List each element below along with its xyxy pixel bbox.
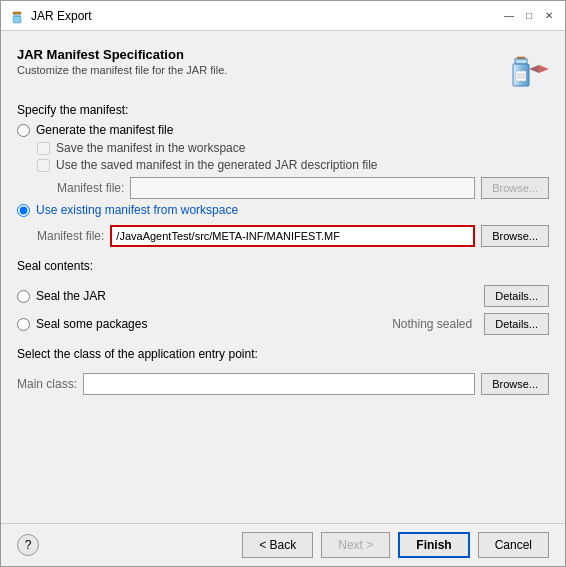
- seal-packages-row: Seal some packages Nothing sealed Detail…: [17, 313, 549, 335]
- use-existing-radio[interactable]: [17, 204, 30, 217]
- jar-export-dialog: JAR Export — □ ✕ JAR Manifest Specificat…: [0, 0, 566, 567]
- entry-point-label: Select the class of the application entr…: [17, 347, 549, 361]
- seal-packages-details-button[interactable]: Details...: [484, 313, 549, 335]
- seal-packages-radio[interactable]: [17, 318, 30, 331]
- use-existing-label[interactable]: Use existing manifest from workspace: [36, 203, 238, 217]
- svg-rect-2: [13, 12, 21, 14]
- save-manifest-label: Save the manifest in the workspace: [56, 141, 245, 155]
- main-class-label: Main class:: [17, 377, 77, 391]
- manifest-section: Specify the manifest: Generate the manif…: [17, 103, 549, 247]
- seal-packages-label[interactable]: Seal some packages: [36, 317, 147, 331]
- cancel-button[interactable]: Cancel: [478, 532, 549, 558]
- svg-marker-11: [529, 65, 539, 73]
- generate-indent: Save the manifest in the workspace Use t…: [37, 141, 549, 199]
- seal-contents-label: Seal contents:: [17, 259, 549, 273]
- svg-rect-0: [13, 16, 21, 23]
- manifest-radio-group: Generate the manifest file Save the mani…: [17, 123, 549, 247]
- seal-jar-row: Seal the JAR Details...: [17, 285, 549, 307]
- svg-marker-10: [539, 65, 549, 73]
- bottom-bar: ? < Back Next > Finish Cancel: [1, 523, 565, 566]
- title-bar-controls: — □ ✕: [501, 8, 557, 24]
- title-bar: JAR Export — □ ✕: [1, 1, 565, 31]
- inactive-browse-button[interactable]: Browse...: [481, 177, 549, 199]
- generate-manifest-radio[interactable]: [17, 124, 30, 137]
- seal-jar-radio[interactable]: [17, 290, 30, 303]
- active-manifest-label: Manifest file:: [37, 229, 104, 243]
- seal-jar-details-button[interactable]: Details...: [484, 285, 549, 307]
- help-button[interactable]: ?: [17, 534, 39, 556]
- use-saved-checkbox[interactable]: [37, 159, 50, 172]
- page-subtitle: Customize the manifest file for the JAR …: [17, 64, 227, 76]
- maximize-button[interactable]: □: [521, 8, 537, 24]
- window-title: JAR Export: [31, 9, 495, 23]
- specify-manifest-label: Specify the manifest:: [17, 103, 549, 117]
- use-saved-option: Use the saved manifest in the generated …: [37, 158, 549, 172]
- seal-section: Seal contents: Seal the JAR Details... S…: [17, 259, 549, 335]
- next-button[interactable]: Next >: [321, 532, 390, 558]
- dialog-content: JAR Manifest Specification Customize the…: [1, 31, 565, 523]
- header-text: JAR Manifest Specification Customize the…: [17, 47, 227, 76]
- generate-manifest-label[interactable]: Generate the manifest file: [36, 123, 173, 137]
- jar-icon: [505, 47, 549, 91]
- use-existing-option: Use existing manifest from workspace: [17, 203, 549, 217]
- active-browse-button[interactable]: Browse...: [481, 225, 549, 247]
- inactive-manifest-input[interactable]: [130, 177, 475, 199]
- main-class-section: Select the class of the application entr…: [17, 347, 549, 395]
- page-title: JAR Manifest Specification: [17, 47, 227, 62]
- finish-button[interactable]: Finish: [398, 532, 469, 558]
- window-icon: [9, 8, 25, 24]
- use-saved-label: Use the saved manifest in the generated …: [56, 158, 378, 172]
- main-class-input[interactable]: [83, 373, 475, 395]
- svg-rect-4: [515, 59, 527, 64]
- generate-manifest-option: Generate the manifest file: [17, 123, 549, 137]
- close-button[interactable]: ✕: [541, 8, 557, 24]
- inactive-manifest-row: Manifest file: Browse...: [57, 177, 549, 199]
- nothing-sealed-text: Nothing sealed: [153, 317, 478, 331]
- seal-jar-label[interactable]: Seal the JAR: [36, 289, 106, 303]
- main-class-browse-button[interactable]: Browse...: [481, 373, 549, 395]
- main-class-row: Main class: Browse...: [17, 373, 549, 395]
- save-manifest-option: Save the manifest in the workspace: [37, 141, 549, 155]
- active-manifest-row: Manifest file: Browse...: [37, 225, 549, 247]
- minimize-button[interactable]: —: [501, 8, 517, 24]
- inactive-manifest-label: Manifest file:: [57, 181, 124, 195]
- back-button[interactable]: < Back: [242, 532, 313, 558]
- header-section: JAR Manifest Specification Customize the…: [17, 47, 549, 91]
- active-manifest-input[interactable]: [110, 225, 475, 247]
- save-manifest-checkbox[interactable]: [37, 142, 50, 155]
